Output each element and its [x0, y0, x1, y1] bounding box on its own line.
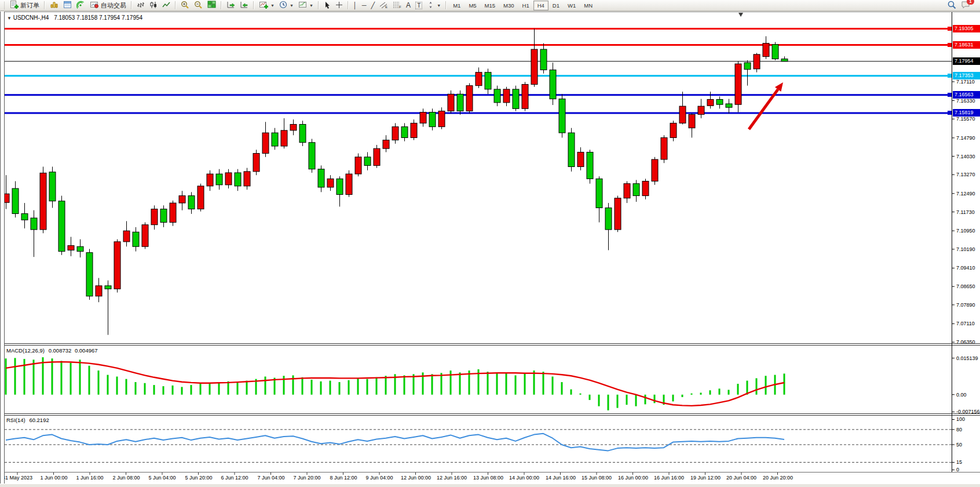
- channel-tool[interactable]: E: [377, 1, 390, 10]
- templates-button[interactable]: ▼: [296, 1, 316, 10]
- rsi-name-label: RSI(14): [6, 417, 25, 423]
- cursor-icon: [324, 1, 331, 10]
- tile-windows-icon: [207, 1, 216, 10]
- window-left-frame: [0, 12, 5, 484]
- separator: [253, 1, 254, 9]
- vertical-line-tool[interactable]: │: [351, 1, 360, 10]
- new-order-icon: [10, 1, 19, 10]
- text-icon: A: [406, 2, 411, 9]
- zoom-out-icon: [194, 1, 203, 10]
- panel-separator[interactable]: [0, 415, 980, 416]
- chart-title: ▼ USDCNH-,H4 7.18053 7.18158 7.17954 7.1…: [7, 14, 142, 21]
- market-watch-button[interactable]: [47, 1, 61, 10]
- chevron-down-icon: ▼: [437, 3, 441, 8]
- trendline-tool[interactable]: ╱: [368, 1, 377, 10]
- toolbar: 新订单 自动交易 ▼: [0, 0, 980, 11]
- toolbar-grip: [4, 2, 6, 9]
- chevron-down-icon: ▼: [270, 3, 275, 8]
- symbol-dropdown-icon[interactable]: ▼: [7, 16, 12, 21]
- panel-separator[interactable]: [0, 343, 980, 344]
- data-window-icon: [63, 1, 72, 10]
- notification-badge: 1: [967, 0, 974, 5]
- trendline-icon: ╱: [371, 2, 375, 9]
- line-chart-icon: [162, 1, 170, 10]
- macd-name-label: MACD(12,26,9): [6, 347, 45, 354]
- fibonacci-tool[interactable]: F: [390, 1, 404, 10]
- horizontal-line-icon: ─: [362, 2, 367, 9]
- timeframe-button-M30[interactable]: M30: [499, 1, 518, 10]
- macd-signal-value: 0.004967: [75, 347, 98, 354]
- data-window-button[interactable]: [61, 1, 74, 10]
- notifications-button[interactable]: 1: [959, 1, 973, 10]
- auto-scroll-icon: [226, 1, 235, 10]
- separator: [221, 1, 222, 9]
- chart-bars-button[interactable]: [134, 1, 147, 10]
- periods-button[interactable]: ▼: [277, 1, 296, 10]
- macd-title: MACD(12,26,9) 0.008732 0.004967: [6, 347, 98, 354]
- separator: [445, 1, 447, 9]
- chart-shift-button[interactable]: [237, 1, 251, 10]
- auto-scroll-button[interactable]: [224, 1, 237, 10]
- zoom-in-icon: [181, 1, 189, 10]
- candlestick-chart-icon: [149, 1, 158, 10]
- chart-shift-icon: [240, 1, 248, 10]
- text-label-tool[interactable]: T: [413, 1, 425, 10]
- autotrading-icon: [90, 1, 99, 10]
- timeframe-button-W1[interactable]: W1: [564, 1, 580, 10]
- chevron-down-icon: ▼: [290, 3, 294, 8]
- autotrading-button[interactable]: 自动交易: [87, 1, 129, 10]
- arrows-tool[interactable]: ▼: [425, 1, 443, 10]
- separator: [131, 1, 132, 9]
- cursor-button[interactable]: [321, 1, 333, 10]
- vertical-line-icon: │: [353, 2, 357, 9]
- new-order-button[interactable]: 新订单: [8, 1, 42, 10]
- search-icon: [947, 1, 956, 10]
- zoom-out-button[interactable]: [192, 1, 205, 10]
- chart-candles-button[interactable]: [147, 1, 160, 10]
- fibonacci-icon: F: [393, 1, 401, 10]
- crosshair-button[interactable]: [333, 1, 345, 10]
- timeframe-button-M1[interactable]: M1: [449, 1, 465, 10]
- svg-text:F: F: [399, 5, 401, 9]
- separator: [318, 1, 319, 9]
- horizontal-line-tool[interactable]: ─: [360, 1, 369, 10]
- svg-text:E: E: [385, 5, 387, 9]
- clock-icon: [279, 1, 287, 10]
- timeframe-button-H4[interactable]: H4: [533, 1, 548, 10]
- quote-ohlc-label: 7.18053 7.18158 7.17954 7.17954: [54, 14, 142, 21]
- bar-chart-icon: [137, 1, 145, 10]
- separator: [348, 1, 349, 9]
- navigator-icon: [76, 1, 85, 10]
- timeframe-button-MN[interactable]: MN: [580, 1, 597, 10]
- chart-line-button[interactable]: [160, 1, 173, 10]
- time-axis[interactable]: [5, 473, 952, 484]
- notification-bubble-icon: 1: [961, 1, 971, 10]
- panel-separator[interactable]: [0, 345, 980, 346]
- symbol-period-label: USDCNH-,H4: [13, 14, 49, 21]
- text-label-icon: T: [415, 2, 422, 9]
- market-watch-icon: [50, 1, 58, 10]
- zoom-in-button[interactable]: [178, 1, 192, 10]
- arrows-icon: [427, 1, 434, 10]
- timeframe-button-D1[interactable]: D1: [548, 1, 564, 10]
- indicators-icon: [259, 1, 268, 10]
- chevron-down-icon: ▼: [309, 3, 313, 8]
- rsi-title: RSI(14) 60.2192: [6, 417, 49, 423]
- separator: [44, 1, 45, 9]
- separator: [175, 1, 176, 9]
- timeframe-bar: M1M5M15M30H1H4D1W1MN: [449, 1, 597, 10]
- macd-main-value: 0.008732: [49, 347, 72, 354]
- equidistant-channel-icon: E: [379, 1, 388, 10]
- price-axis[interactable]: [952, 12, 980, 471]
- autotrading-label: 自动交易: [101, 1, 126, 10]
- navigator-button[interactable]: [74, 1, 87, 10]
- templates-icon: [298, 1, 307, 10]
- timeframe-button-M15[interactable]: M15: [481, 1, 499, 10]
- timeframe-button-H1[interactable]: H1: [518, 1, 533, 10]
- indicators-button[interactable]: ▼: [257, 1, 277, 10]
- panel-separator[interactable]: [0, 413, 980, 414]
- search-button[interactable]: [945, 1, 959, 10]
- tile-windows-button[interactable]: [205, 1, 218, 10]
- timeframe-button-M5[interactable]: M5: [465, 1, 480, 10]
- text-tool[interactable]: A: [404, 1, 413, 10]
